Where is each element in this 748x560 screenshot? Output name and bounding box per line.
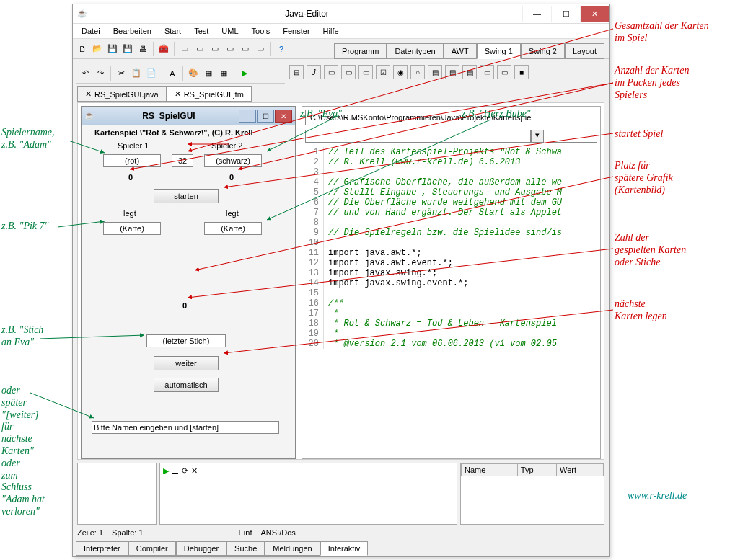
col-wert[interactable]: Wert — [557, 464, 604, 476]
swing-scroll-icon[interactable]: ▤ — [462, 65, 477, 79]
color2-icon[interactable]: ▦ — [202, 67, 215, 80]
cut-icon[interactable]: ✂ — [115, 67, 128, 80]
status-tab-suche[interactable]: Suche — [226, 541, 265, 556]
tab-awt[interactable]: AWT — [444, 43, 477, 59]
minimize-button[interactable]: — — [522, 6, 551, 22]
toolbar-swing: ⊟ J ▭ ▭ ▭ ☑ ◉ ○ ▤ ▤ ▤ ▭ ▭ ■ — [289, 62, 604, 82]
karte2-input[interactable] — [204, 222, 262, 235]
swing-combo-icon[interactable]: ▤ — [445, 65, 459, 79]
form-designer[interactable]: ☕ RS_SpielGUI — ☐ ✕ Kartenspiel \"Rot & … — [81, 106, 296, 459]
menu-start[interactable]: Start — [159, 25, 187, 37]
paste-icon[interactable]: 📄 — [145, 67, 158, 80]
tab-swing1[interactable]: Swing 1 — [477, 43, 521, 59]
menu-tools[interactable]: Tools — [246, 25, 276, 37]
form4-icon[interactable]: ▭ — [224, 43, 237, 55]
swing-label-icon[interactable]: ⊟ — [289, 65, 304, 79]
status-tab-debugger[interactable]: Debugger — [176, 541, 226, 556]
bottom-left-panel[interactable] — [77, 463, 157, 525]
window-title: Java-Editor — [92, 9, 522, 19]
col-typ[interactable]: Typ — [517, 464, 556, 476]
copy-icon[interactable]: 📋 — [130, 67, 143, 80]
form-titlebar: ☕ RS_SpielGUI — ☐ ✕ — [82, 107, 295, 125]
form5-icon[interactable]: ▭ — [239, 43, 252, 55]
print-icon[interactable]: 🖶 — [136, 43, 149, 55]
close-tab-icon[interactable]: ✕ — [85, 89, 92, 99]
swing-checkbox-icon[interactable]: ☑ — [376, 65, 390, 79]
run-icon[interactable]: ▶ — [163, 466, 169, 476]
redo-icon[interactable]: ↷ — [94, 67, 107, 80]
swing-list-icon[interactable]: ▤ — [428, 65, 442, 79]
run-icon[interactable]: ▶ — [238, 67, 251, 80]
status-tab-interpreter[interactable]: Interpreter — [76, 541, 128, 556]
menu-fenster[interactable]: Fenster — [277, 25, 315, 37]
menu-bearbeiten[interactable]: Bearbeiten — [107, 25, 157, 37]
undo-icon[interactable]: ↶ — [79, 67, 92, 80]
class-combo[interactable]: ▾ — [305, 130, 597, 143]
menu-hilfe[interactable]: Hilfe — [317, 25, 345, 37]
tab-layout[interactable]: Layout — [565, 43, 604, 59]
anno-stichan: z.B. "Stich an Eva" — [1, 324, 43, 349]
hint-input[interactable] — [92, 421, 279, 434]
swing-button-icon[interactable]: ▭ — [358, 65, 373, 79]
status-tab-compiler[interactable]: Compiler — [128, 541, 176, 556]
color3-icon[interactable]: ▦ — [217, 67, 230, 80]
swing-italic-icon[interactable]: J — [307, 65, 321, 79]
weiter-button[interactable]: weiter — [154, 356, 219, 370]
file-tab-jfm[interactable]: ✕RS_SpielGUI.jfm — [167, 86, 252, 102]
swing-radio-icon[interactable]: ◉ — [393, 65, 408, 79]
status-tab-interaktiv[interactable]: Interaktiv — [320, 541, 369, 556]
form6-icon[interactable]: ▭ — [254, 43, 267, 55]
class-combo-input[interactable] — [305, 130, 531, 143]
close-button[interactable]: ✕ — [580, 6, 609, 22]
swing-textfield-icon[interactable]: ▭ — [324, 65, 338, 79]
swing-panel-icon[interactable]: ▭ — [480, 65, 494, 79]
chevron-down-icon[interactable]: ▾ — [531, 130, 544, 143]
tab-datentypen[interactable]: Datentypen — [387, 43, 443, 59]
form1-icon[interactable]: ▭ — [178, 43, 191, 55]
form2-icon[interactable]: ▭ — [193, 43, 206, 55]
tab-programm[interactable]: Programm — [334, 43, 387, 59]
new-icon[interactable]: 🗋 — [76, 43, 89, 55]
color1-icon[interactable]: 🎨 — [187, 67, 200, 80]
form3-icon[interactable]: ▭ — [208, 43, 221, 55]
starten-button[interactable]: starten — [154, 189, 219, 203]
form-body[interactable]: Kartenspiel \"Rot & Schwarz\", (C) R. Kr… — [82, 125, 295, 458]
status-encoding: ANSI/Dos — [260, 528, 295, 537]
variables-panel[interactable]: Name Typ Wert — [460, 463, 604, 525]
karte1-input[interactable] — [103, 222, 161, 235]
menu-datei[interactable]: Datei — [76, 25, 106, 37]
help-icon[interactable]: ? — [275, 43, 288, 55]
deck-input[interactable] — [172, 154, 193, 167]
form-maximize-button[interactable]: ☐ — [257, 110, 274, 123]
code-editor[interactable]: 1// Teil des Kartenspiel-Projekts "Rot &… — [302, 144, 600, 458]
automatisch-button[interactable]: automatisch — [154, 378, 219, 392]
method-combo[interactable] — [547, 130, 597, 143]
list-icon[interactable]: ☰ — [172, 466, 179, 476]
saveall-icon[interactable]: 💾 — [121, 43, 134, 55]
font-icon[interactable]: A — [166, 67, 179, 80]
col-name[interactable]: Name — [462, 464, 518, 476]
anno-herzbube: z.B. "Herz Bube" — [462, 108, 531, 120]
path-box[interactable]: C:\Users\R.MSKonto\Programmieren\Java\Pr… — [305, 110, 597, 125]
swing-radio2-icon[interactable]: ○ — [410, 65, 425, 79]
form-close-button[interactable]: ✕ — [275, 110, 292, 123]
form-minimize-button[interactable]: — — [239, 110, 256, 123]
file-tab-java[interactable]: ✕RS_SpielGUI.java — [77, 86, 167, 102]
swing-panel2-icon[interactable]: ▭ — [497, 65, 511, 79]
close-tab-icon[interactable]: ✕ — [175, 89, 181, 99]
maximize-button[interactable]: ☐ — [551, 6, 580, 22]
save-icon[interactable]: 💾 — [106, 43, 119, 55]
schwarz-input[interactable] — [204, 154, 262, 167]
tool-icon[interactable]: 🧰 — [157, 43, 170, 55]
loop-icon[interactable]: ⟳ — [182, 466, 188, 476]
menu-test[interactable]: Test — [188, 25, 214, 37]
menu-uml[interactable]: UML — [216, 25, 244, 37]
swing-textarea-icon[interactable]: ▭ — [341, 65, 356, 79]
clear-icon[interactable]: ✕ — [191, 466, 198, 476]
rot-input[interactable] — [103, 154, 161, 167]
letzter-input[interactable] — [146, 334, 226, 347]
swing-canvas-icon[interactable]: ■ — [514, 65, 529, 79]
open-icon[interactable]: 📂 — [91, 43, 104, 55]
status-tab-meldungen[interactable]: Meldungen — [265, 541, 320, 556]
tab-swing2[interactable]: Swing 2 — [521, 43, 565, 59]
